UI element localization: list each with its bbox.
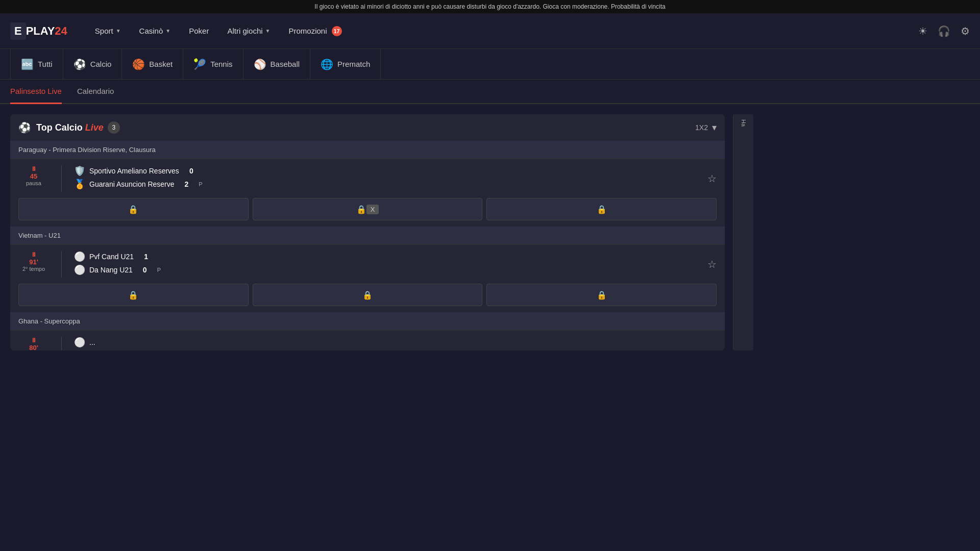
bet-buttons: 🔒 🔒 X 🔒: [18, 198, 717, 220]
section-count: 3: [108, 121, 120, 134]
prematch-icon: 🌐: [321, 58, 333, 70]
match-row: ⏸ 45 pausa 🛡️ Sportivo Ameliano Reserves…: [10, 159, 725, 227]
match-row-3: ⏸ 80' ⚪ ...: [10, 330, 725, 350]
sport-tutti[interactable]: 🔤 Tutti: [10, 49, 63, 80]
favorite-star-button[interactable]: ☆: [707, 172, 717, 185]
nav-promozioni[interactable]: Promozioni 17: [282, 22, 349, 40]
section-title: Top Calcio Live: [36, 122, 104, 133]
team2-icon: ⚪: [74, 264, 85, 276]
match-row-2: ⏸ 91' 2° tempo ⚪ Pvf Cand U21 1 ⚪: [10, 244, 725, 312]
soccer-section-icon: ⚽: [18, 121, 31, 134]
sidebar-label: Ha: [741, 119, 747, 127]
team2-icon: 🏅: [74, 179, 85, 190]
lock-icon: 🔒: [597, 290, 607, 300]
match-time-2: ⏸ 91' 2° tempo: [18, 251, 49, 272]
header-right: ☀ 🎧 ⚙: [918, 25, 970, 37]
tab-calendario[interactable]: Calendario: [77, 80, 114, 104]
nav-sport[interactable]: Sport ▼: [88, 22, 128, 39]
team-row-2: 🏅 Guarani Asuncion Reserve 2 P: [74, 179, 699, 190]
bet-type-label: 1X2: [695, 123, 708, 132]
league-ghana: Ghana - Supercoppa: [10, 312, 725, 330]
tennis-icon: 🎾: [193, 58, 206, 70]
sport-tennis[interactable]: 🎾 Tennis: [183, 49, 243, 80]
lock-icon: 🔒: [128, 205, 138, 214]
logo-e: E: [10, 22, 26, 40]
sport-baseball[interactable]: ⚾ Baseball: [243, 49, 311, 80]
chevron-down-icon: ▼: [165, 28, 170, 34]
match-teams-2: ⚪ Pvf Cand U21 1 ⚪ Da Nang U21 0 P: [74, 251, 699, 278]
basketball-icon: 🏀: [132, 58, 145, 70]
match-time-3: ⏸ 80': [18, 337, 49, 350]
favorite-star-button-2[interactable]: ☆: [707, 258, 717, 270]
logo-24: 24: [55, 24, 67, 38]
lock-icon: 🔒: [356, 205, 366, 214]
lock-icon: 🔒: [128, 290, 138, 300]
bet-button-2b[interactable]: 🔒: [486, 284, 717, 306]
settings-icon[interactable]: ⚙: [961, 25, 970, 37]
match-info-3: ⏸ 80' ⚪ ...: [18, 337, 717, 350]
match-info: ⏸ 45 pausa 🛡️ Sportivo Ameliano Reserves…: [18, 165, 717, 192]
nav-items: Sport ▼ Casinò ▼ Poker Altri giochi ▼ Pr…: [88, 22, 918, 40]
section-right: 1X2 ▾: [695, 122, 717, 133]
match-time: ⏸ 45 pausa: [18, 165, 49, 186]
league-vietnam: Vietnam - U21: [10, 227, 725, 244]
expand-icon[interactable]: ▾: [712, 122, 717, 133]
chevron-down-icon: ▼: [116, 28, 121, 34]
match-teams-3: ⚪ ...: [74, 337, 717, 350]
sport-prematch[interactable]: 🌐 Prematch: [310, 49, 381, 80]
banner-text: Il gioco è vietato ai minori di diciotto…: [314, 3, 665, 10]
section-header: ⚽ Top Calcio Live 3 1X2 ▾: [10, 114, 725, 141]
nav-altri-giochi[interactable]: Altri giochi ▼: [220, 22, 277, 39]
logo: E PLAY 24: [10, 22, 67, 40]
sport-basket[interactable]: 🏀 Basket: [122, 49, 183, 80]
lock-icon: 🔒: [597, 205, 607, 214]
header: E PLAY 24 Sport ▼ Casinò ▼ Poker Altri g…: [0, 13, 980, 49]
all-sports-icon: 🔤: [21, 58, 34, 70]
tab-palinsesto-live[interactable]: Palinsesto Live: [10, 80, 62, 104]
brightness-icon[interactable]: ☀: [918, 25, 927, 37]
team-row-1: 🛡️ Sportivo Ameliano Reserves 0: [74, 165, 699, 177]
top-banner: Il gioco è vietato ai minori di diciotto…: [0, 0, 980, 13]
match-teams: 🛡️ Sportivo Ameliano Reserves 0 🏅 Guaran…: [74, 165, 699, 192]
promo-badge: 17: [332, 26, 342, 36]
team-row-danang: ⚪ Da Nang U21 0 P: [74, 264, 699, 276]
lock-icon: 🔒: [362, 290, 373, 300]
bet-button-2[interactable]: 🔒: [486, 198, 717, 220]
nav-poker[interactable]: Poker: [182, 22, 216, 39]
baseball-icon: ⚾: [254, 58, 266, 70]
sports-nav: 🔤 Tutti ⚽ Calcio 🏀 Basket 🎾 Tennis ⚾ Bas…: [0, 49, 980, 80]
tab-row: Palinsesto Live Calendario: [0, 80, 980, 104]
headset-icon[interactable]: 🎧: [938, 25, 950, 37]
team-row-g1: ⚪ ...: [74, 337, 717, 348]
match-info-2: ⏸ 91' 2° tempo ⚪ Pvf Cand U21 1 ⚪: [18, 251, 717, 278]
main-content: ⚽ Top Calcio Live 3 1X2 ▾ Paraguay - Pri…: [0, 104, 980, 361]
chevron-down-icon: ▼: [265, 28, 271, 34]
team1-icon: ⚪: [74, 251, 85, 262]
team1-icon: 🛡️: [74, 165, 85, 177]
bet-button-1b[interactable]: 🔒: [18, 284, 249, 306]
league-paraguay: Paraguay - Primera Division Riserve, Cla…: [10, 141, 725, 159]
section-card-top-calcio: ⚽ Top Calcio Live 3 1X2 ▾ Paraguay - Pri…: [10, 114, 725, 350]
sport-calcio[interactable]: ⚽ Calcio: [63, 49, 122, 80]
logo-play: PLAY: [26, 24, 55, 38]
bet-buttons-2: 🔒 🔒 🔒: [18, 284, 717, 306]
nav-casino[interactable]: Casinò ▼: [132, 22, 178, 39]
team-row-pvf: ⚪ Pvf Cand U21 1: [74, 251, 699, 262]
bet-button-1[interactable]: 🔒: [18, 198, 249, 220]
right-sidebar: Ha: [733, 114, 753, 350]
content-area: ⚽ Top Calcio Live 3 1X2 ▾ Paraguay - Pri…: [10, 114, 725, 350]
team-icon-g1: ⚪: [74, 337, 85, 348]
soccer-icon: ⚽: [74, 58, 86, 70]
bet-button-x[interactable]: 🔒 X: [253, 198, 483, 220]
bet-button-xb[interactable]: 🔒: [253, 284, 483, 306]
